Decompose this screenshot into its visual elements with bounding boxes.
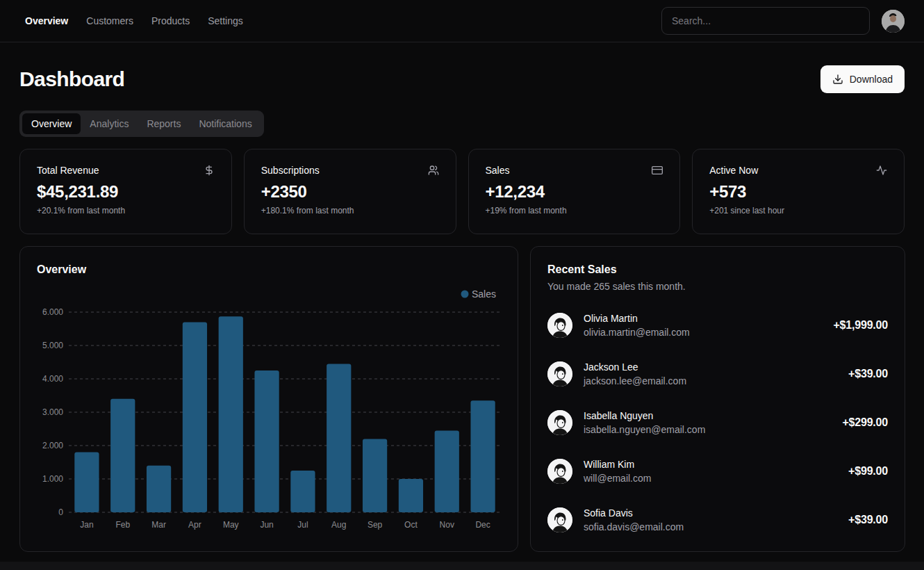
stat-card-subscriptions: Subscriptions +2350 +180.1% from last mo… — [244, 149, 456, 234]
sale-list-item: Jackson Leejackson.lee@email.com+$39.00 — [547, 359, 888, 389]
customer-name: Olivia Martin — [584, 311, 690, 325]
bar-jun — [254, 370, 279, 512]
stat-change: +201 since last hour — [709, 206, 887, 215]
nav-item-customers[interactable]: Customers — [86, 15, 133, 26]
recent-sales-title: Recent Sales — [547, 263, 888, 276]
customer-info: Jackson Leejackson.lee@email.com — [584, 360, 686, 389]
sale-amount: +$99.00 — [848, 465, 888, 478]
y-axis-tick: 5.000 — [42, 341, 63, 350]
nav-item-settings[interactable]: Settings — [208, 15, 243, 26]
recent-sales-card: Recent Sales You made 265 sales this mon… — [530, 246, 905, 552]
sale-amount: +$39.00 — [848, 368, 888, 380]
bar-nov — [435, 430, 459, 512]
download-button[interactable]: Download — [820, 65, 905, 93]
dashboard-page: Dashboard Download Overview Analytics Re… — [0, 65, 924, 552]
customer-avatar-icon — [547, 507, 572, 532]
legend-label-sales: Sales — [472, 288, 496, 300]
stat-card-active-now: Active Now +573 +201 since last hour — [692, 149, 905, 234]
x-axis-tick: Jul — [297, 520, 308, 530]
customer-avatar-icon — [547, 361, 572, 386]
x-axis-tick: Jun — [260, 520, 273, 530]
main-nav: Overview Customers Products Settings — [25, 15, 243, 26]
x-axis-tick: Nov — [440, 520, 454, 530]
customer-email: will@email.com — [584, 471, 651, 485]
customer-name: William Kim — [584, 457, 651, 471]
stat-card-sales: Sales +12,234 +19% from last month — [468, 149, 681, 234]
y-axis-tick: 1.000 — [42, 474, 63, 484]
x-axis-tick: Apr — [188, 520, 201, 530]
sale-amount: +$1,999.00 — [833, 319, 888, 332]
customer-name: Jackson Lee — [584, 360, 686, 374]
nav-item-overview[interactable]: Overview — [25, 15, 68, 26]
nav-item-products[interactable]: Products — [151, 15, 190, 26]
y-axis-tick: 2.000 — [42, 441, 63, 450]
x-axis-tick: Mar — [151, 520, 166, 530]
customer-avatar-icon — [547, 313, 572, 338]
stat-value: $45,231.89 — [37, 182, 215, 202]
stat-title: Active Now — [709, 165, 758, 176]
bar-may — [219, 316, 243, 512]
customer-info: Isabella Nguyenisabella.nguyen@email.com — [584, 409, 705, 437]
customer-info: Sofia Davissofia.davis@email.com — [584, 506, 684, 535]
recent-sales-list: Olivia Martinolivia.martin@email.com+$1,… — [547, 310, 888, 535]
sale-amount: +$299.00 — [842, 416, 888, 429]
user-photo-icon — [882, 10, 905, 33]
tab-reports[interactable]: Reports — [138, 113, 190, 134]
bar-jul — [290, 471, 315, 512]
bar-sep — [363, 439, 387, 512]
x-axis-tick: May — [223, 520, 239, 530]
customer-email: olivia.martin@email.com — [584, 325, 690, 339]
sales-bar-chart: Sales01.0002.0003.0004.0005.0006.000JanF… — [37, 276, 502, 535]
stats-grid: Total Revenue $45,231.89 +20.1% from las… — [19, 149, 905, 234]
x-axis-tick: Feb — [115, 520, 130, 530]
activity-icon — [876, 165, 887, 176]
stat-card-total-revenue: Total Revenue $45,231.89 +20.1% from las… — [19, 149, 232, 234]
title-row: Dashboard Download — [19, 65, 905, 93]
tab-analytics[interactable]: Analytics — [81, 113, 138, 134]
x-axis-tick: Jan — [80, 520, 93, 530]
tab-overview[interactable]: Overview — [22, 113, 81, 134]
stat-change: +180.1% from last month — [261, 206, 439, 215]
sale-list-item: Isabella Nguyenisabella.nguyen@email.com… — [547, 407, 888, 438]
tab-notifications[interactable]: Notifications — [190, 113, 261, 134]
credit-card-icon — [652, 165, 663, 176]
users-icon — [428, 165, 439, 176]
sale-list-item: Sofia Davissofia.davis@email.com+$39.00 — [547, 505, 888, 535]
chart-title: Overview — [37, 263, 501, 276]
user-avatar[interactable] — [882, 10, 905, 33]
stat-value: +12,234 — [486, 182, 663, 202]
overview-chart-card: Overview Sales01.0002.0003.0004.0005.000… — [19, 246, 518, 552]
sale-list-item: William Kimwill@email.com+$99.00 — [547, 456, 888, 487]
lower-grid: Overview Sales01.0002.0003.0004.0005.000… — [19, 246, 905, 552]
y-axis-tick: 6.000 — [42, 307, 63, 317]
bar-apr — [183, 322, 207, 512]
customer-avatar-icon — [547, 410, 572, 435]
dollar-sign-icon — [204, 165, 215, 176]
stat-value: +2350 — [261, 182, 439, 202]
page-title: Dashboard — [19, 67, 124, 91]
bar-jan — [74, 453, 99, 512]
stat-title: Subscriptions — [261, 165, 320, 176]
top-nav: Overview Customers Products Settings — [0, 0, 924, 42]
x-axis-tick: Aug — [331, 520, 346, 530]
bar-mar — [147, 466, 171, 512]
customer-name: Isabella Nguyen — [584, 409, 705, 423]
sale-list-item: Olivia Martinolivia.martin@email.com+$1,… — [547, 310, 888, 341]
customer-name: Sofia Davis — [584, 506, 684, 520]
bar-oct — [399, 479, 423, 512]
x-axis-tick: Dec — [475, 520, 490, 530]
stat-change: +19% from last month — [486, 206, 663, 215]
stat-change: +20.1% from last month — [37, 206, 215, 215]
customer-info: William Kimwill@email.com — [584, 457, 651, 486]
page-bottom-edge — [0, 562, 924, 570]
bar-aug — [327, 364, 351, 512]
customer-info: Olivia Martinolivia.martin@email.com — [584, 311, 690, 340]
bar-feb — [110, 399, 135, 512]
x-axis-tick: Sep — [368, 520, 383, 530]
stat-title: Sales — [486, 165, 510, 176]
download-label: Download — [850, 74, 893, 85]
search-input[interactable] — [661, 7, 870, 35]
customer-email: sofia.davis@email.com — [584, 520, 684, 534]
tabs-list: Overview Analytics Reports Notifications — [19, 111, 264, 137]
download-icon — [832, 74, 843, 85]
